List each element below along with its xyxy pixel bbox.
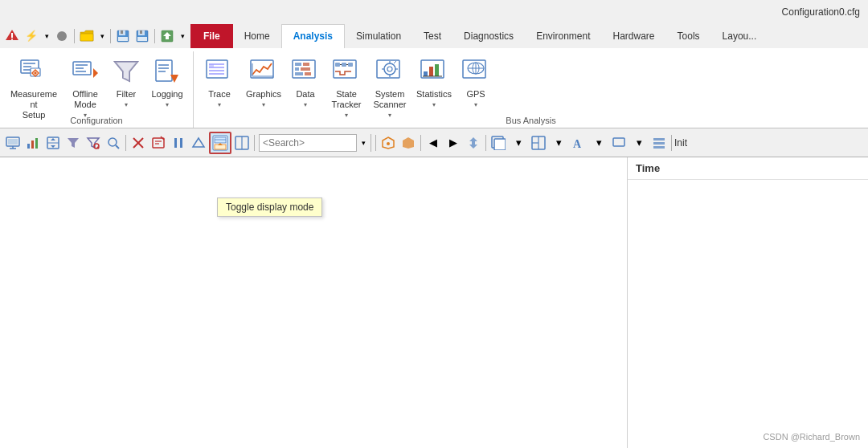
svg-rect-39 xyxy=(209,64,214,67)
svg-rect-119 xyxy=(653,142,665,145)
analysis-tab[interactable]: Analysis xyxy=(281,24,345,48)
filter2-tb-btn[interactable] xyxy=(84,133,103,153)
tb-sep6 xyxy=(671,135,672,151)
svg-marker-84 xyxy=(51,145,55,148)
search-input[interactable] xyxy=(260,137,356,149)
toggle-display-btn[interactable] xyxy=(209,132,231,154)
delete-btn[interactable] xyxy=(129,133,148,153)
trace-label: Trace xyxy=(208,89,231,100)
font-arrow[interactable]: ▾ xyxy=(589,133,608,153)
offline-mode-btn[interactable]: OfflineMode ▾ xyxy=(64,55,106,111)
layout-tab[interactable]: Layou... xyxy=(711,24,768,48)
copy2-btn[interactable]: ▾ xyxy=(509,133,528,153)
split-btn[interactable] xyxy=(232,133,252,153)
bars-btn[interactable] xyxy=(649,133,669,153)
logging-label: Logging xyxy=(151,89,182,100)
simulation-tab[interactable]: Simulation xyxy=(345,24,412,48)
statistics-label: Statistics xyxy=(416,89,452,100)
data-arrow: ▾ xyxy=(304,101,307,108)
resize-btn[interactable] xyxy=(43,133,63,153)
svg-rect-118 xyxy=(653,138,665,141)
search-box[interactable]: ▾ xyxy=(259,134,371,152)
filter-btn[interactable]: Filter ▾ xyxy=(108,55,145,111)
export-btn[interactable] xyxy=(158,27,176,45)
svg-rect-67 xyxy=(435,64,439,76)
forward-btn[interactable]: ▶ xyxy=(444,133,463,153)
svg-text:A: A xyxy=(573,138,582,150)
measurement-setup-btn[interactable]: MeasurementSetup xyxy=(5,55,63,111)
data-label: Data xyxy=(296,89,314,100)
environment-tab[interactable]: Environment xyxy=(525,24,601,48)
svg-point-108 xyxy=(387,142,390,145)
qa-dropdown1[interactable]: ▾ xyxy=(42,27,51,45)
logging-icon xyxy=(153,57,182,88)
svg-marker-26 xyxy=(93,68,98,78)
data-btn[interactable]: Data ▾ xyxy=(287,55,324,111)
svg-marker-86 xyxy=(88,138,99,148)
back-btn[interactable]: ◀ xyxy=(424,133,443,153)
svg-rect-98 xyxy=(180,138,182,148)
gps-btn[interactable]: GPS ▾ xyxy=(457,55,494,111)
configuration-items: MeasurementSetup OfflineMode ▾ xyxy=(5,55,188,116)
main-content: Toggle display mode xyxy=(0,157,627,448)
measurement-setup-icon xyxy=(19,57,48,88)
diagnostics-tab[interactable]: Diagnostics xyxy=(452,24,525,48)
save-btn[interactable] xyxy=(114,27,132,45)
chart-bar-btn[interactable] xyxy=(23,133,43,153)
svg-point-2 xyxy=(11,39,13,40)
trace-arrow: ▾ xyxy=(218,101,221,108)
layout2-arrow[interactable]: ▾ xyxy=(549,133,568,153)
bookmark2-btn[interactable] xyxy=(399,133,418,153)
filter-tb-btn[interactable] xyxy=(63,133,83,153)
screen-btn[interactable] xyxy=(609,133,628,153)
hardware-tab[interactable]: Hardware xyxy=(602,24,666,48)
lightning-btn[interactable]: ⚡ xyxy=(23,27,40,45)
circle-btn[interactable] xyxy=(53,27,71,45)
graphics-arrow: ▾ xyxy=(262,101,265,108)
svg-rect-48 xyxy=(295,72,303,75)
app-icon-btn[interactable] xyxy=(3,27,21,45)
font-btn[interactable]: A xyxy=(569,133,588,153)
ribbon-tabs: File Home Analysis Simulation Test Diagn… xyxy=(190,24,868,48)
quick-access-toolbar: ⚡ ▾ ▾ xyxy=(0,24,190,48)
configuration-label: Configuration xyxy=(5,116,188,128)
test-tab[interactable]: Test xyxy=(412,24,452,48)
copy-btn[interactable] xyxy=(489,133,508,153)
graphics-btn[interactable]: Graphics ▾ xyxy=(242,55,285,111)
trace-btn[interactable]: Trace ▾ xyxy=(199,55,240,111)
tools-tab[interactable]: Tools xyxy=(666,24,711,48)
logging-btn[interactable]: Logging ▾ xyxy=(146,55,188,111)
search-dropdown-arrow[interactable]: ▾ xyxy=(356,134,371,152)
state-tracker-label: StateTracker xyxy=(332,89,362,110)
tb-sep5 xyxy=(485,135,486,151)
save2-btn[interactable] xyxy=(133,27,151,45)
qa-dropdown2[interactable]: ▾ xyxy=(97,27,107,45)
layout2-btn[interactable] xyxy=(529,133,548,153)
pause-btn[interactable] xyxy=(169,133,188,153)
svg-rect-53 xyxy=(348,63,353,67)
folder-btn[interactable] xyxy=(78,27,96,45)
file-tab[interactable]: File xyxy=(190,24,233,48)
svg-rect-52 xyxy=(342,63,346,67)
monitor-btn[interactable] xyxy=(3,133,23,153)
bookmark-btn[interactable] xyxy=(379,133,398,153)
qa-sep2 xyxy=(110,29,111,43)
state-tracker-icon xyxy=(332,57,361,88)
statistics-arrow: ▾ xyxy=(432,101,436,108)
svg-rect-44 xyxy=(295,63,301,66)
system-scanner-btn[interactable]: SystemScanner ▾ xyxy=(369,55,411,111)
right-panel: Time xyxy=(627,157,868,448)
screen-arrow[interactable]: ▾ xyxy=(629,133,649,153)
qa-dropdown3[interactable]: ▾ xyxy=(178,27,187,45)
system-scanner-icon xyxy=(375,57,404,88)
state-tracker-btn[interactable]: StateTracker ▾ xyxy=(326,55,367,111)
svg-marker-83 xyxy=(51,138,55,141)
triangle-btn[interactable] xyxy=(189,133,208,153)
svg-rect-78 xyxy=(27,144,30,149)
search-tb-btn[interactable] xyxy=(104,133,123,153)
clear-btn[interactable] xyxy=(149,133,168,153)
home-tab[interactable]: Home xyxy=(233,24,281,48)
statistics-btn[interactable]: Statistics ▾ xyxy=(412,55,456,111)
svg-rect-112 xyxy=(494,139,506,150)
move-btn[interactable] xyxy=(464,133,483,153)
